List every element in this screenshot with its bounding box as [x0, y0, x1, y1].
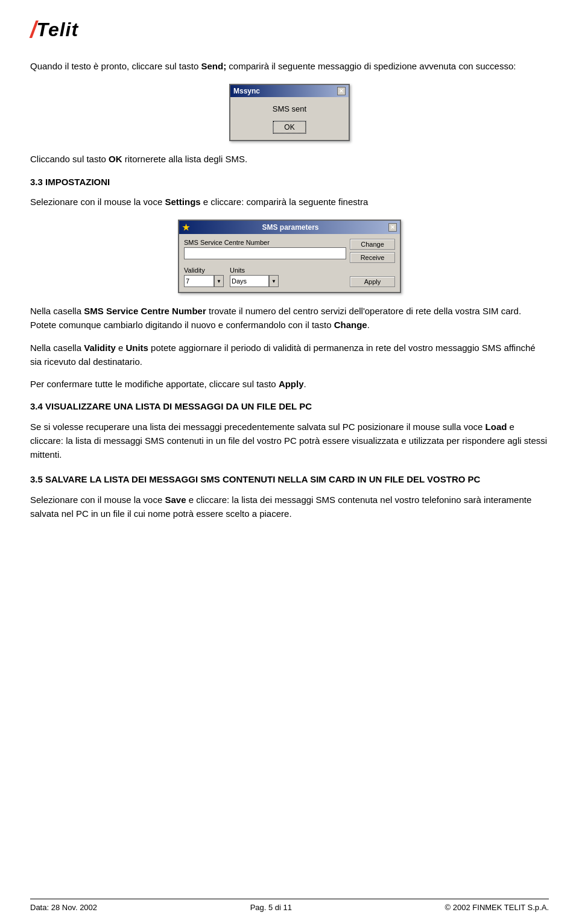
section-3-4-text: Se si volesse recuperare una lista dei m…: [30, 420, 549, 462]
intro-paragraph: Quando il testo è pronto, cliccare sul t…: [30, 59, 549, 73]
footer-date: Data: 28 Nov. 2002: [30, 903, 97, 912]
sms-body: SMS Service Centre Number Change Receive…: [179, 234, 400, 292]
mssync-titlebar: Mssync ✕: [230, 85, 349, 97]
sms-apply-button[interactable]: Apply: [350, 276, 395, 287]
mssync-message: SMS sent: [236, 104, 343, 113]
logo-area: / Telit: [30, 12, 549, 59]
sms-receive-button[interactable]: Receive: [350, 252, 395, 263]
sms-service-row: SMS Service Centre Number Change Receive: [184, 239, 395, 263]
sms-validity-units: Validity 7 ▼ Units: [184, 267, 346, 287]
sms-dialog-wrapper: ★ SMS parameters ✕ SMS Service Centre Nu…: [30, 220, 549, 293]
sms-dialog-title: SMS parameters: [262, 223, 318, 232]
sms-titlebar: ★ SMS parameters ✕: [179, 221, 400, 234]
paragraph4: Nella casella Validity e Units potete ag…: [30, 341, 549, 369]
section-3-3-intro: Selezionare con il mouse la voce Setting…: [30, 195, 549, 209]
sms-dialog: ★ SMS parameters ✕ SMS Service Centre Nu…: [178, 220, 401, 293]
sms-validity-value: 7: [186, 277, 189, 285]
mssync-body: SMS sent OK: [230, 97, 349, 140]
sms-units-value: Days: [232, 277, 247, 285]
sms-validity-row: Validity 7 ▼ Units: [184, 267, 395, 287]
sms-service-input[interactable]: [184, 247, 346, 259]
paragraph2: Cliccando sul tasto OK ritornerete alla …: [30, 152, 549, 166]
logo-text: Telit: [37, 19, 79, 41]
section-3-4-heading: 3.4 VISUALIZZARE UNA LISTA DI MESSAGGI D…: [30, 399, 549, 413]
logo: / Telit: [30, 18, 549, 41]
mssync-dialog-wrapper: Mssync ✕ SMS sent OK: [30, 84, 549, 141]
sms-close-btn[interactable]: ✕: [388, 223, 397, 232]
page-footer: Data: 28 Nov. 2002 Pag. 5 di 11 © 2002 F…: [30, 899, 549, 912]
footer-copyright: © 2002 FINMEK TELIT S.p.A.: [445, 903, 549, 912]
paragraph5: Per confermare tutte le modifiche apport…: [30, 377, 549, 391]
section-3-5-text: Selezionare con il mouse la voce Save e …: [30, 493, 549, 521]
mssync-dialog: Mssync ✕ SMS sent OK: [229, 84, 350, 141]
footer-page: Pag. 5 di 11: [250, 903, 292, 912]
mssync-titlebar-buttons: ✕: [337, 87, 346, 95]
sms-units-col: Units Days ▼: [230, 267, 279, 287]
sms-right-buttons: Change Receive: [350, 239, 395, 263]
sms-validity-arrow[interactable]: ▼: [214, 275, 224, 287]
sms-validity-col: Validity 7 ▼: [184, 267, 224, 287]
section-3-5-heading: 3.5 SALVARE LA LISTA DEI MESSAGGI SMS CO…: [30, 472, 549, 486]
sms-titlebar-icon: ★: [182, 223, 190, 232]
section-3-4: 3.4 VISUALIZZARE UNA LISTA DI MESSAGGI D…: [30, 399, 549, 461]
mssync-ok-button[interactable]: OK: [273, 121, 306, 134]
sms-titlebar-buttons: ✕: [388, 223, 397, 232]
sms-change-button[interactable]: Change: [350, 239, 395, 250]
sms-units-label: Units: [230, 267, 279, 274]
sms-units-arrow[interactable]: ▼: [269, 275, 279, 287]
sms-service-label: SMS Service Centre Number: [184, 239, 346, 246]
section-3-3-heading: 3.3 IMPOSTAZIONI: [30, 175, 549, 189]
sms-validity-select[interactable]: 7: [184, 275, 214, 287]
section-3-5: 3.5 SALVARE LA LISTA DEI MESSAGGI SMS CO…: [30, 472, 549, 521]
mssync-close-btn[interactable]: ✕: [337, 87, 346, 95]
sms-left-col: SMS Service Centre Number: [184, 239, 346, 259]
mssync-title: Mssync: [233, 87, 260, 95]
sms-apply-wrapper: Apply: [350, 267, 395, 287]
logo-slash: /: [30, 18, 37, 41]
sms-units-select[interactable]: Days: [230, 275, 269, 287]
section-3-3: 3.3 IMPOSTAZIONI Selezionare con il mous…: [30, 175, 549, 209]
paragraph3: Nella casella SMS Service Centre Number …: [30, 304, 549, 332]
sms-validity-label: Validity: [184, 267, 224, 274]
